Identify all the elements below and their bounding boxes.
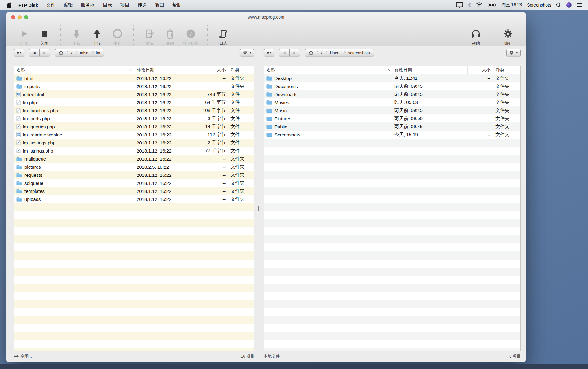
bluetooth-icon[interactable] [468, 2, 471, 8]
file-row[interactable]: Desktop今天, 11:41--文件夹 [264, 74, 520, 82]
file-row[interactable]: Music两天前, 09:45--文件夹 [264, 106, 520, 114]
menubar-menu-item[interactable]: 目录 [103, 2, 112, 7]
file-row[interactable]: index.html2018.1.12, 16:22743 字节文件 [14, 90, 254, 98]
toolbar-separator [492, 25, 492, 45]
local-actions-button[interactable]: ▾ [506, 49, 521, 56]
file-row[interactable]: PHP lm_prefs.php2018.1.12, 16:223 千字节文件 [14, 114, 254, 122]
file-row[interactable]: Documents两天前, 09:45--文件夹 [264, 82, 520, 90]
file-row[interactable]: mailqueue2018.1.12, 16:22--文件夹 [14, 155, 254, 163]
file-row[interactable]: html2018.1.12, 16:22--文件夹 [14, 74, 254, 82]
menubar-menu-item[interactable]: 编辑 [64, 2, 73, 7]
home-icon[interactable] [59, 51, 63, 55]
menubar-menu-item[interactable]: 帮助 [172, 2, 182, 7]
column-header-size[interactable]: 大小 [467, 66, 493, 74]
file-row[interactable]: Screenshots今天, 15:19--文件夹 [264, 131, 520, 139]
column-header-kind[interactable]: 种类 [493, 66, 520, 74]
file-row[interactable]: Public两天前, 09:45--文件夹 [264, 122, 520, 131]
edit-document-icon [145, 27, 155, 41]
file-row[interactable]: Downloads两天前, 09:45--文件夹 [264, 90, 520, 98]
remote-actions-button[interactable]: ▾ [240, 49, 254, 56]
file-row[interactable]: PHP lm_settings.php2018.1.12, 16:222 千字节… [14, 139, 254, 147]
local-list-body[interactable]: Desktop今天, 11:41--文件夹 Documents两天前, 09:4… [264, 74, 520, 351]
siri-icon[interactable] [566, 2, 572, 8]
file-kind-cell: 文件 [228, 108, 254, 113]
forward-button[interactable]: ▶ [39, 49, 50, 56]
breadcrumb-segment[interactable]: lm [96, 51, 100, 55]
open-button[interactable]: 打开 [16, 24, 32, 46]
back-button[interactable]: ◀ [29, 49, 39, 56]
file-row[interactable]: PHP lm_functions.php2018.1.12, 16:22108 … [14, 106, 254, 114]
abort-label: 中止 [113, 41, 121, 46]
back-button[interactable]: ◀ [279, 49, 289, 56]
column-header-kind[interactable]: 种类 [228, 66, 254, 74]
get-info-button[interactable]: i 获取信息 [183, 24, 199, 46]
close-button[interactable]: 关闭 [37, 24, 52, 46]
remote-list-body[interactable]: html2018.1.12, 16:22--文件夹 imports2018.1.… [14, 74, 254, 351]
menubar-menu-item[interactable]: 窗口 [155, 2, 164, 7]
delete-button[interactable]: 删除 [162, 24, 178, 46]
history-nav: ◀ ▶ [279, 49, 300, 56]
menubar-menu-item[interactable]: 项目 [120, 2, 129, 7]
folder-icon [266, 132, 272, 137]
column-header-name[interactable]: 名称 [264, 66, 392, 74]
menubar-clock[interactable]: 周三 16:23 [501, 2, 522, 8]
breadcrumb-segment[interactable]: Users [330, 51, 340, 55]
edit-button[interactable]: 编辑 [142, 24, 157, 46]
remote-file-list: 名称 修改日期 大小 种类 html2018.1.12, 16:22--文件夹 … [14, 66, 254, 351]
file-kind-cell: 文件夹 [228, 83, 254, 89]
apple-menu[interactable] [7, 2, 11, 8]
column-header-size[interactable]: 大小 [200, 66, 228, 74]
folder-icon [16, 181, 22, 185]
file-row[interactable]: sqlqueue2018.1.12, 16:22--文件夹 [14, 179, 254, 187]
file-row[interactable]: uploads2018.1.12, 16:22--文件夹 [14, 195, 254, 203]
file-kind-cell: 文件夹 [228, 172, 254, 178]
home-icon[interactable] [309, 51, 313, 55]
file-kind-cell: 文件夹 [493, 108, 520, 113]
file-row[interactable]: pictures2018.2.5, 16:22--文件夹 [14, 163, 254, 171]
upload-label: 上传 [93, 41, 101, 46]
file-row[interactable]: PHP lm_strings.php2018.1.12, 16:2277 千字节… [14, 147, 254, 155]
abort-button[interactable]: 中止 [110, 24, 125, 46]
file-row[interactable]: lm_readme.webloc2018.1.12, 16:22112 字节文件 [14, 131, 254, 139]
display-icon[interactable] [456, 2, 463, 8]
file-row[interactable]: Movies昨天, 05:03--文件夹 [264, 98, 520, 106]
file-row[interactable]: requests2018.1.12, 16:22--文件夹 [14, 171, 254, 179]
menubar-user[interactable]: Screenshots [527, 2, 551, 7]
battery-icon[interactable] [488, 3, 496, 7]
wifi-icon[interactable] [476, 2, 483, 7]
upload-button[interactable]: 上传 [89, 24, 105, 46]
file-row[interactable]: PHP lm.php2018.1.12, 16:2264 千字节文件 [14, 98, 254, 106]
column-header-name[interactable]: 名称 [14, 66, 134, 74]
list-icon[interactable] [577, 3, 582, 7]
search-icon[interactable] [556, 2, 561, 8]
favorites-button[interactable]: ♥ ▾ [264, 49, 274, 56]
forward-button[interactable]: ▶ [289, 49, 300, 56]
column-header-date[interactable]: 修改日期 [134, 66, 200, 74]
menubar-menu-item[interactable]: 文件 [46, 2, 55, 7]
log-button[interactable]: 日志 [216, 24, 231, 46]
file-name-cell: PHP lm_strings.php [14, 148, 134, 153]
breadcrumb-segment[interactable]: / [71, 51, 72, 55]
file-row[interactable]: templates2018.1.12, 16:22--文件夹 [14, 187, 254, 195]
breadcrumb-segment[interactable]: misc [80, 51, 88, 55]
titlebar[interactable]: www.maxprog.com [6, 12, 526, 22]
favorites-button[interactable]: ♥ ▾ [14, 49, 24, 56]
breadcrumb-segment[interactable]: screenshots [348, 51, 370, 55]
preferences-button[interactable]: 偏好 [500, 24, 516, 46]
menubar-menu-item[interactable]: 传送 [138, 2, 147, 7]
help-button[interactable]: 帮助 [468, 24, 484, 46]
file-row[interactable]: PHP lm_queries.php2018.1.12, 16:2214 千字节… [14, 122, 254, 131]
menubar-app-name[interactable]: FTP Disk [18, 2, 38, 8]
local-status-text: 本地文件 [264, 353, 280, 359]
menubar-menu-item[interactable]: 服务器 [81, 2, 95, 7]
file-row[interactable]: imports2018.1.12, 16:22--文件夹 [14, 82, 254, 90]
folder-icon [16, 157, 22, 161]
column-header-date[interactable]: 修改日期 [392, 66, 467, 74]
file-name: lm_prefs.php [23, 116, 50, 121]
file-row[interactable]: Pictures两天前, 09:50--文件夹 [264, 114, 520, 122]
download-button[interactable]: 下载 [69, 24, 84, 46]
breadcrumb-segment[interactable]: / [321, 51, 322, 55]
web-document-icon [16, 92, 21, 97]
panel-splitter-handle[interactable] [257, 202, 261, 215]
file-name-cell: sqlqueue [14, 180, 134, 186]
